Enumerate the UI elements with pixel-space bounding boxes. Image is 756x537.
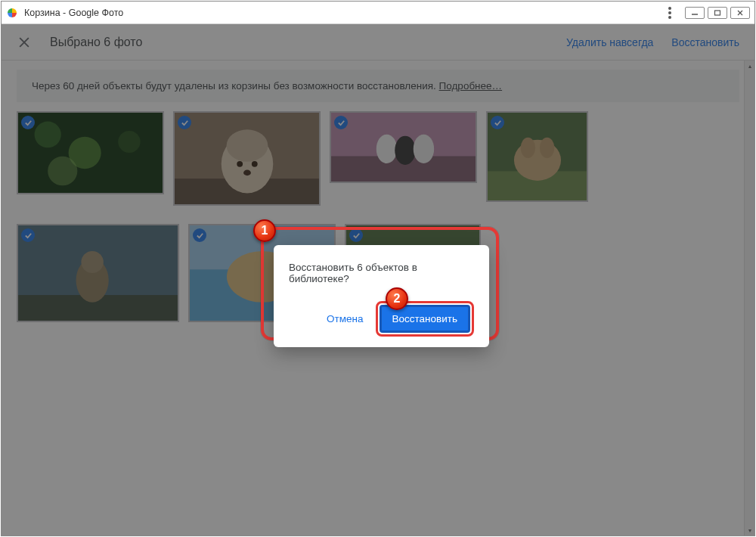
annotation-step-badge: 2 [386, 287, 408, 310]
svg-rect-1 [715, 11, 720, 15]
cancel-button[interactable]: Отмена [321, 309, 369, 329]
kebab-menu-icon[interactable] [668, 7, 671, 19]
maximize-button[interactable] [708, 7, 727, 19]
window-frame: Корзина - Google Фото Выбрано 6 фото Уда… [1, 1, 755, 536]
close-window-button[interactable] [730, 7, 750, 19]
dialog-message: Восстановить 6 объектов в библиотеке? [289, 262, 474, 284]
titlebar: Корзина - Google Фото [2, 2, 754, 24]
window-title: Корзина - Google Фото [24, 8, 668, 18]
window-controls [685, 7, 750, 19]
restore-confirm-dialog: Восстановить 6 объектов в библиотеке? От… [274, 245, 489, 347]
minimize-button[interactable] [685, 7, 705, 19]
app-area: Выбрано 6 фото Удалить навсегда Восстано… [2, 24, 754, 535]
google-photos-icon [6, 7, 18, 19]
dialog-actions: Отмена Восстановить [289, 301, 474, 337]
annotation-step-badge: 1 [253, 219, 276, 242]
